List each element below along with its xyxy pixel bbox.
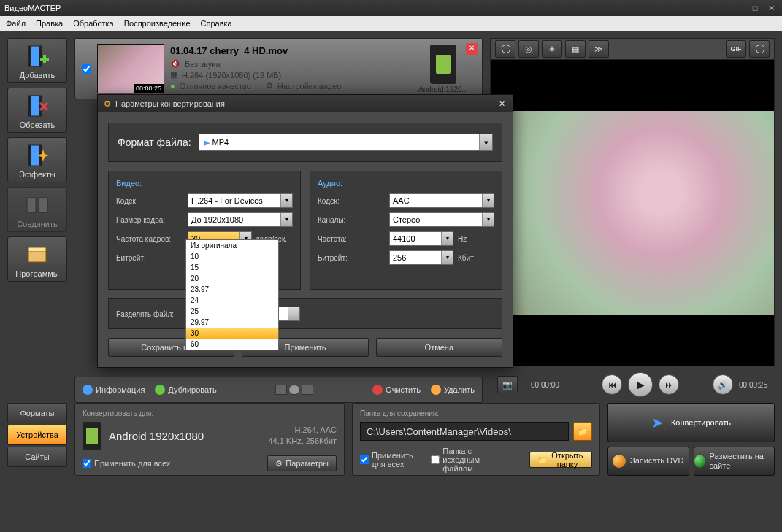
fps-option[interactable]: 25 [186, 306, 278, 317]
view-toggle[interactable] [275, 385, 313, 395]
menu-bar: Файл Правка Обработка Воспроизведение Сп… [0, 16, 782, 31]
video-settings-link[interactable]: Настройки видео [277, 82, 342, 90]
same-folder-checkbox[interactable]: Папка с исходным файлом [431, 447, 509, 473]
svg-rect-2 [39, 46, 42, 66]
fps-option-selected[interactable]: 30 [186, 328, 278, 339]
audio-bitrate-select[interactable]: 256▾ [389, 250, 453, 265]
fps-option[interactable]: 24 [186, 295, 278, 306]
frame-tool-icon[interactable]: ▦ [565, 40, 586, 58]
fps-option[interactable]: 29.97 [186, 317, 278, 328]
snapshot-icon[interactable]: 📷 [497, 376, 518, 393]
clear-button[interactable]: Очистить [372, 385, 421, 395]
file-checkbox[interactable] [82, 64, 91, 74]
volume-icon[interactable]: 🔊 [713, 374, 733, 395]
menu-edit[interactable]: Правка [36, 19, 63, 28]
cancel-button[interactable]: Отмена [376, 338, 502, 357]
next-button[interactable]: ⏭ [659, 374, 679, 395]
video-preview[interactable] [490, 60, 775, 366]
fps-option[interactable]: Из оригинала [186, 240, 278, 251]
open-folder-button[interactable]: 📁Открыть папку [529, 452, 592, 468]
apply-all-save-checkbox[interactable]: Применить для всех [360, 451, 421, 469]
gif-button[interactable]: GIF [726, 40, 746, 58]
cut-button[interactable]: Обрезать [7, 88, 67, 133]
file-name: 01.04.17 cherry_4 HD.mov [170, 45, 410, 56]
tab-sites[interactable]: Сайты [7, 447, 67, 467]
menu-file[interactable]: Файл [6, 19, 26, 28]
tab-devices[interactable]: Устройства [7, 425, 67, 445]
video-codec-select[interactable]: H.264 - For Devices▾ [188, 193, 293, 208]
title-bar: ВидеоМАСТЕР — □ ✕ [0, 0, 782, 16]
gear-icon[interactable]: ⚙ [266, 81, 273, 90]
brightness-icon[interactable]: ☀ [542, 40, 562, 58]
remove-file-button[interactable]: ✕ [466, 43, 478, 55]
maximize-icon[interactable]: □ [748, 3, 762, 13]
fps-option[interactable]: 20 [186, 273, 278, 284]
programs-button[interactable]: Программы [7, 236, 67, 282]
globe-icon [694, 455, 705, 468]
menu-help[interactable]: Справка [201, 19, 232, 28]
app-title: ВидеоМАСТЕР [4, 4, 61, 12]
folder-icon: 📁 [537, 455, 548, 465]
convert-button[interactable]: ➤ Конвертировать [607, 403, 775, 442]
svg-rect-14 [28, 247, 46, 252]
chevron-down-icon[interactable]: ▾ [441, 232, 453, 245]
chevron-down-icon[interactable]: ▾ [280, 194, 292, 207]
save-folder-panel: Папка для сохранения: C:\Users\ContentMa… [352, 403, 600, 476]
focus-tool-icon[interactable]: ◎ [518, 40, 539, 58]
chevron-down-icon[interactable]: ▾ [280, 213, 292, 226]
chevron-down-icon[interactable]: ▾ [482, 213, 494, 226]
gear-icon: ⚙ [275, 459, 283, 469]
burn-dvd-button[interactable]: Записать DVD [607, 447, 689, 476]
fps-option[interactable]: 15 [186, 262, 278, 273]
format-select[interactable]: ▶ MP4 ▾ [199, 134, 493, 151]
fps-option[interactable]: 10 [186, 251, 278, 262]
minimize-icon[interactable]: — [732, 3, 745, 13]
fps-dropdown-list[interactable]: Из оригинала 10 15 20 23.97 24 25 29.97 … [185, 239, 279, 350]
film-join-icon [24, 192, 50, 218]
frame-size-select[interactable]: До 1920x1080▾ [188, 212, 293, 227]
chevron-down-icon[interactable]: ▾ [288, 307, 299, 320]
file-item[interactable]: 00:00:25 01.04.17 cherry_4 HD.mov 🔇Без з… [74, 38, 483, 99]
channels-select[interactable]: Стерео▾ [389, 212, 494, 227]
info-button[interactable]: Информация [83, 385, 145, 395]
tab-formats[interactable]: Форматы [7, 403, 67, 423]
close-icon[interactable]: ✕ [764, 3, 778, 13]
list-view-icon[interactable] [275, 385, 287, 395]
speed-icon[interactable]: ≫ [589, 40, 609, 58]
film-sparkle-icon [24, 142, 50, 169]
chevron-down-icon[interactable]: ▾ [441, 251, 453, 264]
dialog-titlebar[interactable]: ⚙ Параметры конвертирования ✕ [98, 95, 513, 112]
browse-folder-button[interactable]: 📁 [573, 422, 592, 441]
add-button[interactable]: Добавить [7, 38, 67, 83]
film-scissors-icon [24, 93, 50, 119]
params-button[interactable]: ⚙Параметры [267, 455, 337, 471]
grid-view-icon[interactable] [302, 385, 313, 395]
speaker-muted-icon: 🔇 [170, 59, 180, 69]
android-phone-icon [430, 45, 456, 84]
menu-process[interactable]: Обработка [73, 19, 113, 28]
device-target-row[interactable]: Android 1920x1080 H.264, AAC 44,1 KHz, 2… [83, 422, 337, 450]
apply-all-checkbox[interactable]: Применить для всех [83, 459, 170, 468]
fps-option[interactable]: 23.97 [186, 284, 278, 295]
fullscreen-icon[interactable]: ⛶ [749, 40, 770, 58]
join-button[interactable]: Соединить [7, 187, 67, 232]
play-button[interactable]: ▶ [628, 372, 653, 397]
file-thumbnail[interactable]: 00:00:25 [97, 44, 164, 93]
chevron-down-icon[interactable]: ▾ [482, 194, 494, 207]
effects-button[interactable]: Эффекты [7, 137, 67, 182]
duplicate-button[interactable]: Дублировать [155, 385, 216, 395]
menu-playback[interactable]: Воспроизведение [124, 19, 191, 28]
delete-button[interactable]: Удалить [431, 385, 475, 395]
upload-button[interactable]: Разместить на сайте [694, 447, 775, 476]
fps-option[interactable]: 60 [186, 339, 278, 350]
toggle-icon[interactable] [288, 385, 300, 395]
svg-rect-9 [28, 145, 31, 166]
convert-for-panel: Конвертировать для: Android 1920x1080 H.… [74, 403, 345, 476]
prev-button[interactable]: ⏮ [602, 374, 622, 395]
output-path[interactable]: C:\Users\ContentManager\Videos\ [360, 422, 569, 441]
chevron-down-icon[interactable]: ▾ [479, 134, 492, 150]
frequency-select[interactable]: 44100▾ [389, 231, 453, 246]
audio-codec-select[interactable]: AAC▾ [389, 193, 494, 208]
dialog-close-button[interactable]: ✕ [497, 99, 507, 109]
crop-tool-icon[interactable]: ⛶ [495, 40, 515, 58]
